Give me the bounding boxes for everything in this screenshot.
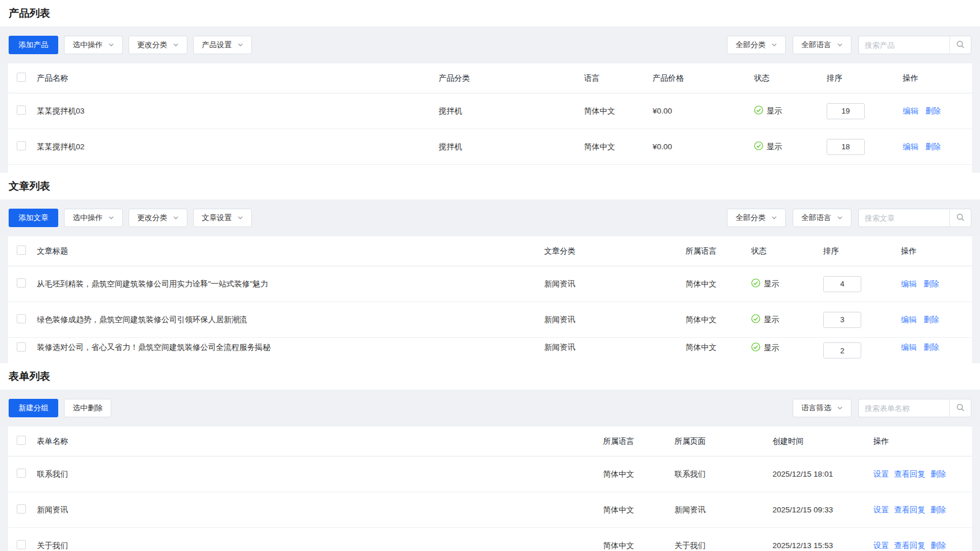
check-circle-icon bbox=[751, 278, 760, 289]
status-badge: 显示 bbox=[754, 105, 827, 116]
column-header-language: 语言 bbox=[584, 73, 653, 84]
form-page: 联系我们 bbox=[674, 469, 772, 480]
row-checkbox[interactable] bbox=[17, 278, 26, 288]
column-header-created: 创建时间 bbox=[772, 436, 873, 447]
delete-link[interactable]: 删除 bbox=[924, 342, 939, 353]
sort-input[interactable] bbox=[823, 312, 861, 328]
settings-link[interactable]: 设置 bbox=[873, 541, 889, 551]
product-settings-dropdown[interactable]: 产品设置 bbox=[193, 36, 252, 54]
column-header-sort: 排序 bbox=[823, 246, 901, 256]
table-row: 联系我们 简体中文 联系我们 2025/12/15 18:01 设置 查看回复 … bbox=[8, 456, 972, 492]
delete-selected-button[interactable]: 选中删除 bbox=[64, 399, 111, 417]
table-row: 某某搅拌机03 搅拌机 简体中文 ¥0.00 显示 编辑 删除 bbox=[8, 93, 972, 129]
delete-link[interactable]: 删除 bbox=[925, 106, 941, 116]
sort-input[interactable] bbox=[827, 139, 865, 155]
add-product-button[interactable]: 添加产品 bbox=[9, 36, 58, 54]
language-filter-dropdown[interactable]: 全部语言 bbox=[793, 209, 851, 227]
language-filter-dropdown[interactable]: 语言筛选 bbox=[793, 399, 851, 417]
created-time: 2025/12/15 09:33 bbox=[772, 505, 873, 514]
delete-link[interactable]: 删除 bbox=[925, 142, 941, 152]
column-header-title: 文章标题 bbox=[37, 246, 544, 256]
category-filter-dropdown[interactable]: 全部分类 bbox=[727, 36, 786, 54]
sort-input[interactable] bbox=[827, 103, 865, 119]
edit-link[interactable]: 编辑 bbox=[903, 106, 918, 116]
table-row: 装修选对公司，省心又省力！鼎筑空间建筑装修公司全流程服务揭秘 新闻资讯 简体中文… bbox=[8, 338, 972, 363]
row-checkbox[interactable] bbox=[17, 141, 26, 150]
created-time: 2025/12/15 18:01 bbox=[772, 470, 873, 478]
product-search-input[interactable] bbox=[858, 36, 949, 54]
row-checkbox[interactable] bbox=[17, 105, 26, 115]
selected-action-dropdown[interactable]: 选中操作 bbox=[64, 209, 123, 227]
product-search-button[interactable] bbox=[949, 36, 971, 54]
row-checkbox[interactable] bbox=[17, 540, 26, 549]
sort-input[interactable] bbox=[823, 342, 861, 358]
delete-link[interactable]: 删除 bbox=[930, 541, 946, 551]
category-filter-dropdown[interactable]: 全部分类 bbox=[727, 209, 786, 227]
dropdown-label: 更改分类 bbox=[137, 40, 167, 50]
select-all-checkbox[interactable] bbox=[17, 246, 26, 255]
dropdown-label: 全部语言 bbox=[801, 40, 831, 50]
row-checkbox[interactable] bbox=[17, 342, 26, 352]
language-filter-dropdown[interactable]: 全部语言 bbox=[793, 36, 851, 54]
articles-toolbar-filters: 全部分类 全部语言 bbox=[727, 209, 971, 227]
forms-toolbar: 新建分组 选中删除 语言筛选 bbox=[0, 390, 980, 427]
article-search-input[interactable] bbox=[858, 209, 949, 227]
form-language: 简体中文 bbox=[603, 505, 674, 515]
edit-link[interactable]: 编辑 bbox=[901, 315, 917, 325]
select-all-checkbox[interactable] bbox=[17, 73, 26, 82]
delete-link[interactable]: 删除 bbox=[924, 315, 939, 325]
view-replies-link[interactable]: 查看回复 bbox=[894, 541, 925, 551]
form-search-button[interactable] bbox=[949, 399, 971, 417]
article-search-button[interactable] bbox=[949, 209, 971, 227]
change-category-dropdown[interactable]: 更改分类 bbox=[129, 209, 187, 227]
products-toolbar: 添加产品 选中操作 更改分类 产品设置 全部分类 全部语言 bbox=[0, 27, 980, 63]
article-category: 新闻资讯 bbox=[544, 279, 685, 289]
add-article-button[interactable]: 添加文章 bbox=[9, 209, 58, 227]
articles-toolbar: 添加文章 选中操作 更改分类 文章设置 全部分类 全部语言 bbox=[0, 199, 980, 236]
product-language: 简体中文 bbox=[584, 142, 653, 152]
product-price: ¥0.00 bbox=[653, 142, 754, 151]
delete-link[interactable]: 删除 bbox=[924, 279, 939, 289]
edit-link[interactable]: 编辑 bbox=[901, 279, 917, 289]
change-category-dropdown[interactable]: 更改分类 bbox=[129, 36, 187, 54]
product-price: ¥0.00 bbox=[653, 107, 754, 115]
row-checkbox[interactable] bbox=[17, 504, 26, 514]
column-header-category: 产品分类 bbox=[439, 73, 584, 84]
delete-link[interactable]: 删除 bbox=[930, 505, 946, 515]
article-title: 装修选对公司，省心又省力！鼎筑空间建筑装修公司全流程服务揭秘 bbox=[37, 342, 544, 353]
edit-link[interactable]: 编辑 bbox=[901, 342, 917, 353]
column-header-language: 所属语言 bbox=[685, 246, 751, 256]
dropdown-label: 全部分类 bbox=[736, 40, 766, 50]
dropdown-label: 选中操作 bbox=[73, 213, 103, 223]
product-language: 简体中文 bbox=[584, 106, 653, 116]
status-label: 显示 bbox=[764, 279, 779, 289]
chevron-down-icon bbox=[837, 42, 843, 48]
chevron-down-icon bbox=[238, 215, 243, 221]
select-all-checkbox[interactable] bbox=[17, 436, 26, 445]
chevron-down-icon bbox=[771, 215, 777, 221]
settings-link[interactable]: 设置 bbox=[873, 469, 889, 480]
articles-section-title: 文章列表 bbox=[0, 173, 980, 199]
view-replies-link[interactable]: 查看回复 bbox=[894, 505, 925, 515]
check-circle-icon bbox=[751, 342, 760, 353]
edit-link[interactable]: 编辑 bbox=[903, 142, 918, 152]
delete-link[interactable]: 删除 bbox=[930, 469, 946, 480]
view-replies-link[interactable]: 查看回复 bbox=[894, 469, 925, 480]
selected-action-dropdown[interactable]: 选中操作 bbox=[64, 36, 123, 54]
column-header-status: 状态 bbox=[754, 73, 827, 84]
column-header-price: 产品价格 bbox=[653, 73, 754, 84]
article-settings-dropdown[interactable]: 文章设置 bbox=[193, 209, 252, 227]
status-label: 显示 bbox=[767, 142, 782, 152]
chevron-down-icon bbox=[238, 42, 243, 48]
products-table-header: 产品名称 产品分类 语言 产品价格 状态 排序 操作 bbox=[8, 63, 972, 93]
row-checkbox[interactable] bbox=[17, 469, 26, 478]
sort-input[interactable] bbox=[823, 276, 861, 292]
settings-link[interactable]: 设置 bbox=[873, 505, 889, 515]
row-checkbox[interactable] bbox=[17, 314, 26, 323]
status-label: 显示 bbox=[767, 106, 782, 116]
new-group-button[interactable]: 新建分组 bbox=[9, 399, 58, 417]
form-page: 新闻资讯 bbox=[674, 505, 772, 515]
table-row: 从毛坯到精装，鼎筑空间建筑装修公司用实力诠释"一站式装修"魅力 新闻资讯 简体中… bbox=[8, 266, 972, 302]
form-search-input[interactable] bbox=[858, 399, 949, 417]
forms-section-title: 表单列表 bbox=[0, 363, 980, 390]
